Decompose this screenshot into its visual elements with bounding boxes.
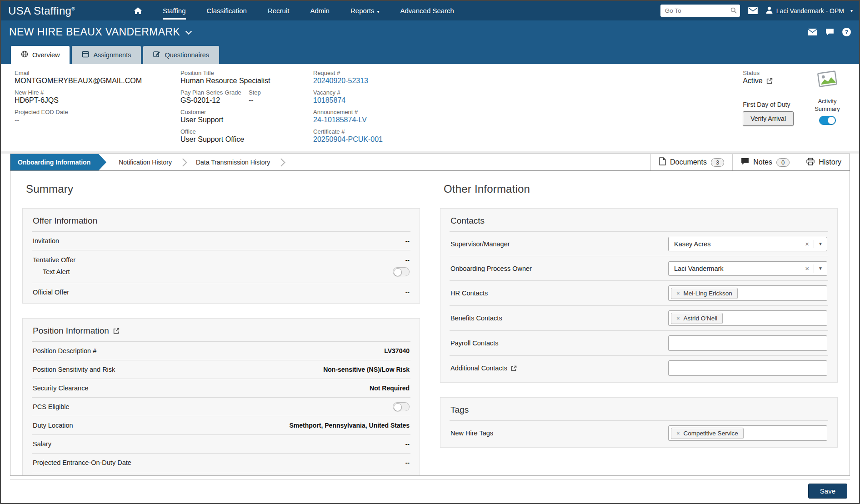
tab-overview[interactable]: Overview <box>11 46 70 64</box>
duty-location-value: Smethport, Pennsylvania, United States <box>289 422 410 429</box>
new-hire-summary-panel: Email MONTGOMERYBEAUX@GMAIL.COM New Hire… <box>1 64 859 151</box>
subtab-transmission-label: Data Transmission History <box>196 159 270 166</box>
projected-eod-value: -- <box>15 116 180 124</box>
row-new-hire-tags: New Hire Tags × Competitive Service <box>450 420 828 445</box>
hr-contacts-label: HR Contacts <box>450 289 488 297</box>
summary-heading: Summary <box>26 183 420 195</box>
certificate-link[interactable]: 20250904-PCUK-001 <box>313 135 383 144</box>
field-vacancy-number: Vacancy # 10185874 <box>313 89 383 105</box>
status-label: Status <box>743 70 794 76</box>
subtab-notification-history[interactable]: Notification History <box>109 154 182 170</box>
supervisor-select[interactable]: Kasey Acres × ▼ <box>668 237 827 251</box>
activity-summary-toggle[interactable] <box>819 116 836 125</box>
mail-icon[interactable] <box>808 29 817 35</box>
chevron-down-icon[interactable]: ▼ <box>814 266 827 271</box>
calendar-icon <box>82 50 89 59</box>
external-link-icon[interactable] <box>113 328 120 334</box>
subtab-onboarding-label: Onboarding Information <box>18 159 90 166</box>
remove-tag-icon[interactable]: × <box>676 430 680 437</box>
topnav-right: Laci Vandermark - OPM ▾ <box>660 5 853 17</box>
subtab-data-transmission-history[interactable]: Data Transmission History <box>186 154 280 170</box>
save-button[interactable]: Save <box>808 484 847 499</box>
salary-label: Salary <box>33 440 51 448</box>
field-projected-eod: Projected EOD Date -- <box>15 109 180 124</box>
request-label: Request # <box>313 70 383 76</box>
additional-contacts-input[interactable] <box>668 360 827 376</box>
nav-classification[interactable]: Classification <box>207 2 247 20</box>
chevron-down-icon[interactable]: ▼ <box>814 241 827 246</box>
documents-button[interactable]: Documents 3 <box>650 154 732 170</box>
verify-arrival-button[interactable]: Verify Arrival <box>743 111 794 126</box>
tab-questionnaires-label: Questionnaires <box>165 51 209 59</box>
row-pcs-eligible: PCS Eligible <box>32 397 410 416</box>
search-icon[interactable] <box>730 7 737 15</box>
field-certificate-number: Certificate # 20250904-PCUK-001 <box>313 128 383 144</box>
duty-location-label: Duty Location <box>33 422 73 429</box>
remove-tag-icon[interactable]: × <box>676 315 680 322</box>
nav-reports[interactable]: Reports▾ <box>350 2 380 20</box>
app-logo[interactable]: USA Staffing® <box>8 5 75 17</box>
row-effective-date: Effective Date of Appointment -- <box>32 472 410 476</box>
history-button[interactable]: History <box>798 154 850 170</box>
step-label: Step <box>249 89 261 96</box>
certificate-label: Certificate # <box>313 128 383 135</box>
vacancy-link[interactable]: 10185874 <box>313 96 383 105</box>
external-link-icon[interactable] <box>766 78 773 84</box>
position-description-value: LV37040 <box>384 347 410 354</box>
position-sensitivity-label: Position Sensitivity and Risk <box>33 366 115 373</box>
nav-reports-label: Reports <box>350 7 375 15</box>
record-toolbar: Documents 3 Notes 0 History <box>650 154 850 170</box>
row-salary: Salary -- <box>32 434 410 453</box>
clear-selection-icon[interactable]: × <box>800 264 814 272</box>
nav-staffing[interactable]: Staffing <box>163 2 186 20</box>
payroll-contacts-input[interactable] <box>668 335 827 351</box>
nav-recruit[interactable]: Recruit <box>268 2 290 20</box>
external-link-icon[interactable] <box>511 365 517 371</box>
home-icon[interactable] <box>134 7 142 14</box>
pcs-eligible-toggle[interactable] <box>393 402 410 411</box>
announcement-link[interactable]: 24-10185874-LV <box>313 116 383 124</box>
chevron-down-icon[interactable] <box>185 28 192 34</box>
tab-questionnaires[interactable]: Questionnaires <box>143 46 219 64</box>
subtab-onboarding-information[interactable]: Onboarding Information <box>10 154 99 170</box>
notes-icon <box>741 158 749 167</box>
benefits-contacts-input[interactable]: × Astrid O'Neil <box>668 310 827 326</box>
row-projected-entrance-date: Projected Entrance-On-Duty Date -- <box>32 453 410 472</box>
payroll-contacts-label: Payroll Contacts <box>450 339 499 347</box>
process-owner-select[interactable]: Laci Vandermark × ▼ <box>668 261 827 276</box>
record-tabs: Overview Assignments Questionnaires <box>1 44 859 64</box>
pcs-eligible-label: PCS Eligible <box>33 403 70 410</box>
office-label: Office <box>180 128 313 135</box>
tab-overview-label: Overview <box>32 51 60 59</box>
mail-icon[interactable] <box>748 7 758 14</box>
help-icon[interactable]: ? <box>842 28 851 36</box>
remove-tag-icon[interactable]: × <box>676 290 680 297</box>
clear-selection-icon[interactable]: × <box>800 240 814 248</box>
benefits-contact-tag: × Astrid O'Neil <box>671 313 723 324</box>
nav-advanced-search[interactable]: Advanced Search <box>400 2 454 20</box>
contacts-title: Contacts <box>450 216 485 226</box>
other-information-heading: Other Information <box>444 183 838 195</box>
history-icon <box>806 158 815 167</box>
goto-input[interactable] <box>660 5 740 17</box>
hr-contacts-input[interactable]: × Mei-Ling Erickson <box>668 285 827 301</box>
text-alert-toggle[interactable] <box>393 267 410 276</box>
panel-column-identity: Email MONTGOMERYBEAUX@GMAIL.COM New Hire… <box>15 70 180 148</box>
nav-admin[interactable]: Admin <box>310 2 330 20</box>
notes-button[interactable]: Notes 0 <box>732 154 798 170</box>
tentative-offer-label: Tentative Offer <box>33 256 75 264</box>
new-hire-label: New Hire # <box>15 89 180 96</box>
field-new-hire-number: New Hire # HD6PT-6JQS <box>15 89 180 105</box>
row-text-alert: Text Alert <box>32 265 410 283</box>
comment-icon[interactable] <box>825 28 834 36</box>
official-offer-label: Official Offer <box>33 289 69 296</box>
security-clearance-label: Security Clearance <box>33 384 89 392</box>
new-hire-tags-input[interactable]: × Competitive Service <box>668 425 827 441</box>
tab-assignments[interactable]: Assignments <box>72 46 141 64</box>
row-official-offer: Official Offer -- <box>32 283 410 301</box>
supervisor-label: Supervisor/Manager <box>450 240 510 248</box>
user-menu[interactable]: Laci Vandermark - OPM ▾ <box>766 6 853 15</box>
field-pay-plan: Pay Plan-Series-Grade GS-0201-12 <box>180 89 249 105</box>
request-link[interactable]: 20240920-52313 <box>313 77 383 85</box>
row-tentative-offer: Tentative Offer -- <box>32 250 410 265</box>
